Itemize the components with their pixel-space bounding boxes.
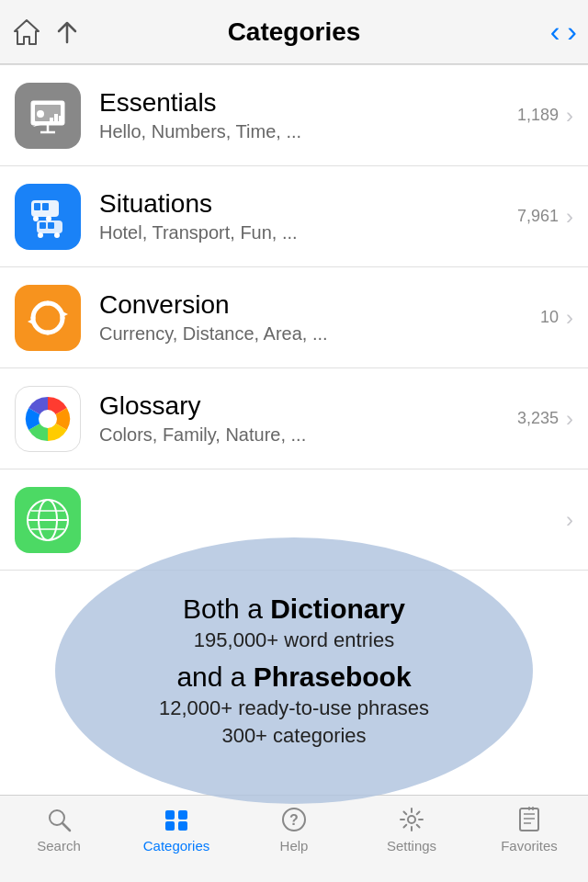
essentials-count: 1,189 — [517, 106, 559, 125]
bubble-line1-pre: Both a — [183, 594, 270, 624]
phrases-chevron: › — [566, 507, 573, 533]
situations-subtitle: Hotel, Transport, Fun, ... — [99, 222, 517, 243]
situations-icon — [15, 184, 81, 250]
conversion-subtitle: Currency, Distance, Area, ... — [99, 323, 540, 345]
glossary-subtitle: Colors, Family, Nature, ... — [99, 424, 517, 446]
bubble-line2: 195,000+ word entries — [194, 628, 394, 652]
phrases-text — [99, 518, 559, 522]
svg-point-17 — [54, 232, 60, 238]
situations-name: Situations — [99, 189, 517, 219]
essentials-chevron: › — [566, 103, 573, 129]
category-item-situations[interactable]: Situations Hotel, Transport, Fun, ... 7,… — [0, 166, 588, 267]
conversion-name: Conversion — [99, 290, 540, 320]
category-list: Essentials Hello, Numbers, Time, ... 1,1… — [0, 64, 588, 571]
glossary-count-area: 3,235 › — [517, 406, 573, 432]
svg-rect-15 — [48, 222, 54, 229]
svg-rect-6 — [54, 114, 58, 123]
situations-count: 7,961 — [517, 207, 559, 226]
svg-rect-7 — [59, 116, 62, 123]
tab-categories[interactable]: Categories — [118, 805, 235, 854]
category-item-conversion[interactable]: Conversion Currency, Distance, Area, ...… — [0, 267, 588, 368]
home-button[interactable] — [11, 17, 42, 48]
navigation-bar: Categories ‹ › — [0, 0, 588, 64]
essentials-count-area: 1,189 › — [517, 103, 573, 129]
svg-rect-14 — [40, 222, 46, 229]
search-tab-icon — [44, 805, 74, 834]
conversion-chevron: › — [566, 305, 573, 331]
conversion-count: 10 — [540, 308, 559, 327]
svg-rect-30 — [165, 821, 175, 831]
tab-favorites-label: Favorites — [501, 838, 558, 854]
up-button[interactable] — [53, 17, 81, 48]
tab-favorites[interactable]: Favorites — [470, 805, 588, 854]
up-arrow-icon — [53, 17, 81, 48]
svg-point-20 — [39, 410, 57, 428]
phrases-icon — [15, 487, 81, 553]
svg-line-27 — [62, 823, 70, 831]
essentials-icon — [15, 83, 81, 149]
svg-rect-31 — [178, 821, 187, 831]
promo-bubble: Both a Dictionary 195,000+ word entries … — [55, 537, 533, 804]
svg-rect-29 — [178, 810, 187, 820]
category-item-essentials[interactable]: Essentials Hello, Numbers, Time, ... 1,1… — [0, 65, 588, 166]
settings-tab-icon — [397, 805, 426, 834]
nav-right-buttons: ‹ › — [485, 15, 577, 49]
svg-rect-28 — [165, 810, 175, 820]
phrases-count-area: › — [559, 507, 573, 533]
next-button[interactable]: › — [567, 15, 577, 49]
tab-settings[interactable]: Settings — [353, 805, 470, 854]
situations-text: Situations Hotel, Transport, Fun, ... — [99, 189, 517, 243]
essentials-name: Essentials — [99, 88, 517, 118]
favorites-tab-icon — [514, 805, 544, 834]
tab-categories-label: Categories — [143, 838, 210, 854]
svg-rect-9 — [34, 203, 40, 210]
glossary-chevron: › — [566, 406, 573, 432]
svg-rect-10 — [42, 203, 49, 210]
help-tab-icon: ? — [279, 805, 309, 834]
page-title: Categories — [103, 17, 485, 47]
bubble-line5: 300+ categories — [221, 724, 366, 748]
glossary-text: Glossary Colors, Family, Nature, ... — [99, 391, 517, 446]
tab-help-label: Help — [280, 838, 309, 854]
bubble-line3: and a Phrasebook — [176, 662, 411, 693]
svg-text:?: ? — [289, 812, 299, 828]
svg-point-4 — [37, 110, 44, 118]
home-icon — [11, 17, 42, 48]
svg-rect-35 — [520, 808, 538, 831]
svg-rect-5 — [50, 118, 53, 123]
glossary-count: 3,235 — [517, 409, 559, 428]
bubble-line3-pre: and a — [176, 662, 253, 692]
bubble-line1: Both a Dictionary — [183, 594, 405, 625]
svg-point-34 — [408, 816, 415, 823]
glossary-icon — [15, 386, 81, 452]
nav-left-buttons — [11, 17, 103, 48]
conversion-count-area: 10 › — [540, 305, 573, 331]
situations-chevron: › — [566, 204, 573, 230]
tab-search-label: Search — [37, 838, 81, 854]
bubble-line3-bold: Phrasebook — [254, 662, 412, 692]
conversion-icon — [15, 285, 81, 351]
tab-bar: Search Categories ? Help — [0, 795, 588, 882]
conversion-text: Conversion Currency, Distance, Area, ... — [99, 290, 540, 345]
svg-point-16 — [38, 232, 43, 238]
essentials-subtitle: Hello, Numbers, Time, ... — [99, 121, 517, 142]
category-item-glossary[interactable]: Glossary Colors, Family, Nature, ... 3,2… — [0, 368, 588, 469]
tab-search[interactable]: Search — [0, 805, 118, 854]
svg-point-11 — [33, 216, 39, 221]
essentials-text: Essentials Hello, Numbers, Time, ... — [99, 88, 517, 142]
glossary-name: Glossary — [99, 391, 517, 421]
bubble-line4: 12,000+ ready-to-use phrases — [159, 696, 429, 720]
tab-help[interactable]: ? Help — [235, 805, 353, 854]
bubble-line1-bold: Dictionary — [270, 594, 405, 624]
tab-settings-label: Settings — [387, 838, 436, 854]
situations-count-area: 7,961 › — [517, 204, 573, 230]
prev-button[interactable]: ‹ — [550, 15, 560, 49]
categories-tab-icon — [162, 805, 191, 834]
